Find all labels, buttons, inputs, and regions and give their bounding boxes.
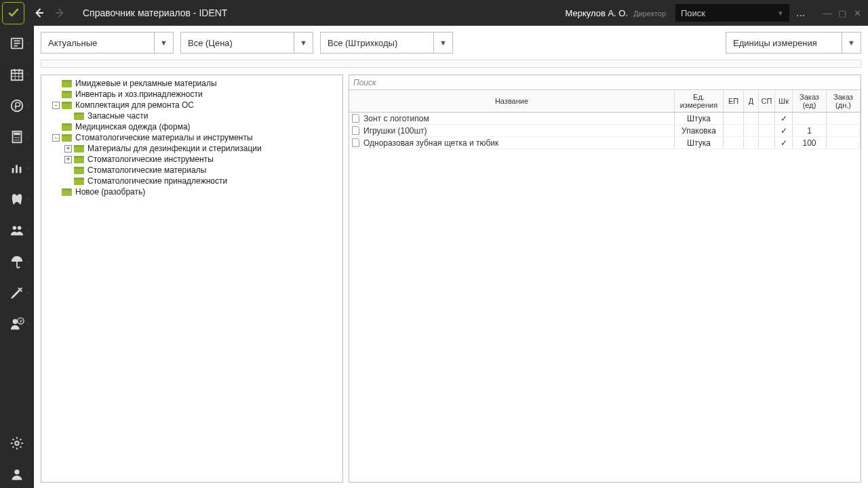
tree-node-label: Медицинская одежда (форма) xyxy=(75,122,191,131)
col-name[interactable]: Название xyxy=(349,90,675,112)
folder-icon xyxy=(62,123,72,131)
row-unit: Штука xyxy=(675,113,724,124)
rail-card-icon[interactable]: › xyxy=(3,30,31,57)
svg-point-18 xyxy=(16,140,18,141)
tree-node[interactable]: Стоматологические принадлежности xyxy=(44,176,340,186)
minimize-button[interactable]: — xyxy=(822,8,833,18)
rail-syringe-icon[interactable]: › xyxy=(3,279,31,306)
col-ep[interactable]: ЕП xyxy=(724,90,744,112)
row-unit: Упаковка xyxy=(675,125,724,136)
rail-settings-icon[interactable]: › xyxy=(3,430,31,457)
grid-search-input[interactable]: Поиск xyxy=(349,75,861,90)
rail-ruble-icon[interactable]: › xyxy=(3,92,31,119)
svg-point-17 xyxy=(14,140,16,141)
expand-icon[interactable]: + xyxy=(64,145,72,152)
folder-icon xyxy=(74,167,84,174)
more-menu[interactable]: ... xyxy=(789,7,810,19)
svg-rect-4 xyxy=(12,70,23,81)
row-sp xyxy=(759,137,775,148)
row-unit: Штука xyxy=(675,137,724,148)
tree-node-label: Стоматологические материалы и инструмент… xyxy=(75,133,253,142)
svg-line-26 xyxy=(13,290,20,297)
tree-node[interactable]: Медицинская одежда (форма) xyxy=(44,121,340,132)
svg-point-19 xyxy=(18,140,20,141)
side-rail: › › › › › › › › › ₽› › › xyxy=(0,26,34,488)
titlebar: Справочник материалов - IDENT Меркулов А… xyxy=(0,0,868,26)
tree-node[interactable]: -Стоматологические материалы и инструмен… xyxy=(44,132,340,143)
filter-actuality[interactable]: Актуальные ▼ xyxy=(41,32,174,54)
rail-user-icon[interactable]: › xyxy=(3,461,31,488)
back-button[interactable] xyxy=(33,6,46,20)
svg-point-30 xyxy=(13,319,18,324)
row-order-days xyxy=(827,137,861,148)
tree-node[interactable]: Стоматологические материалы xyxy=(44,165,340,176)
row-shk: ✓ xyxy=(775,113,793,124)
col-d[interactable]: Д xyxy=(744,90,759,112)
rail-calculator-icon[interactable]: › xyxy=(3,123,31,150)
row-name: Зонт с логотипом xyxy=(363,114,429,123)
window-controls: — ▢ ✕ xyxy=(822,8,863,18)
col-shk[interactable]: Шк xyxy=(775,90,793,112)
col-sp[interactable]: СП xyxy=(759,90,775,112)
chevron-down-icon: ▼ xyxy=(777,9,784,17)
tree-node[interactable]: -Комплектация для ремонта ОС xyxy=(44,100,340,110)
tree-node-label: Комплектация для ремонта ОС xyxy=(75,100,194,110)
tree-node[interactable]: Имиджевые и рекламные материалы xyxy=(44,78,340,89)
folder-icon xyxy=(74,156,84,163)
tree-node[interactable]: +Стоматологические инструменты xyxy=(44,154,340,165)
close-button[interactable]: ✕ xyxy=(852,8,863,18)
rail-chart-icon[interactable]: › xyxy=(3,155,31,182)
table-row[interactable]: Одноразовая зубная щетка и тюбикШтука✓10… xyxy=(349,137,861,149)
row-order-days xyxy=(827,113,861,124)
tree-node[interactable]: Инвентарь и хоз.принадлежности xyxy=(44,89,340,100)
tree-node-label: Стоматологические инструменты xyxy=(87,155,214,164)
collapse-icon[interactable]: - xyxy=(52,102,60,109)
global-search[interactable]: Поиск ▼ xyxy=(675,4,789,22)
row-ep xyxy=(724,113,744,124)
user-role: Директор xyxy=(633,9,666,18)
row-sp xyxy=(759,125,775,136)
collapse-icon[interactable]: - xyxy=(52,134,60,142)
folder-icon xyxy=(74,113,84,120)
folder-icon xyxy=(62,134,72,142)
user-block[interactable]: Меркулов А. О. Директор xyxy=(565,8,666,18)
row-ep xyxy=(724,137,744,148)
row-order-units xyxy=(793,113,827,124)
folder-icon xyxy=(62,91,72,98)
svg-rect-22 xyxy=(20,167,22,173)
tree-node[interactable]: Новое (разобрать) xyxy=(44,186,340,197)
svg-point-14 xyxy=(14,137,16,138)
filter-barcodes[interactable]: Все (Штрихкоды) ▼ xyxy=(320,32,453,54)
tree-node[interactable]: Запасные части xyxy=(44,110,340,121)
tree-node[interactable]: +Материалы для дезинфекции и стерилизаци… xyxy=(44,143,340,154)
row-sp xyxy=(759,113,775,124)
page-icon xyxy=(352,114,359,123)
svg-point-15 xyxy=(16,137,18,138)
expand-icon[interactable]: + xyxy=(64,156,72,163)
col-order-units[interactable]: Заказ (ед) xyxy=(793,90,827,112)
row-shk: ✓ xyxy=(775,137,793,148)
rail-calendar-icon[interactable]: › xyxy=(3,61,31,88)
row-name: Игрушки (100шт) xyxy=(363,126,427,136)
rail-person-ruble-icon[interactable]: ₽› xyxy=(3,310,31,338)
page-icon xyxy=(352,138,359,147)
filter-price[interactable]: Все (Цена) ▼ xyxy=(180,32,313,54)
svg-point-33 xyxy=(15,441,19,445)
units-selector[interactable]: Единицы измерения ▼ xyxy=(726,32,861,54)
rail-people-icon[interactable]: › xyxy=(3,217,31,244)
col-order-days[interactable]: Заказ (дн.) xyxy=(827,90,861,112)
maximize-button[interactable]: ▢ xyxy=(837,8,848,18)
col-unit[interactable]: Ед. измерения xyxy=(675,90,724,112)
user-name: Меркулов А. О. xyxy=(565,8,628,18)
rail-tooth-icon[interactable]: › xyxy=(3,186,31,213)
table-row[interactable]: Игрушки (100шт)Упаковка✓1 xyxy=(349,125,861,137)
row-order-units: 1 xyxy=(793,125,827,136)
rail-umbrella-icon[interactable]: › xyxy=(3,248,31,275)
table-row[interactable]: Зонт с логотипомШтука✓ xyxy=(349,113,861,125)
forward-button xyxy=(53,6,66,20)
app-logo[interactable] xyxy=(2,2,24,24)
tree-node-label: Запасные части xyxy=(87,111,148,121)
row-d xyxy=(744,125,759,136)
tree-node-label: Новое (разобрать) xyxy=(75,187,145,197)
filter-toolbar: Актуальные ▼ Все (Цена) ▼ Все (Штрихкоды… xyxy=(34,26,868,60)
